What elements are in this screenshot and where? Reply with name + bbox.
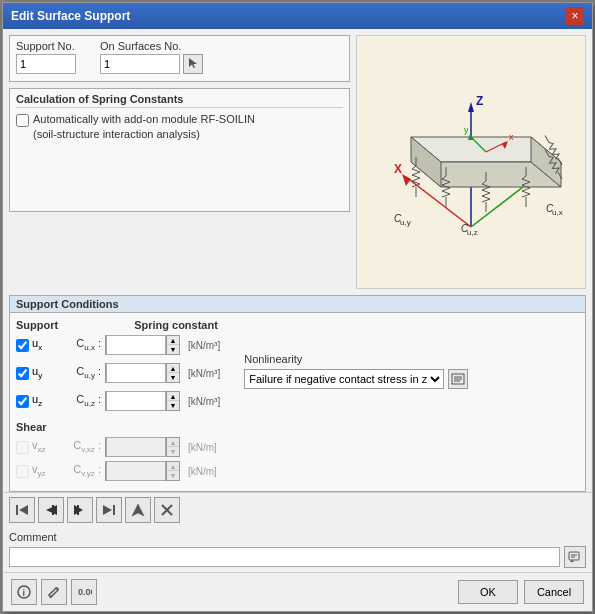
uy-row: uy Cu,y : ▲ ▼ xyxy=(16,363,220,383)
cancel-button[interactable]: Cancel xyxy=(524,580,584,604)
uy-spring-row: Cu,y : ▲ ▼ [kN/m³] xyxy=(56,363,220,383)
vyz-spring-label: Cv,yz : xyxy=(56,463,101,478)
delete-icon xyxy=(159,502,175,518)
uy-checkbox[interactable] xyxy=(16,367,29,380)
ux-spin-btns: ▲ ▼ xyxy=(166,336,179,354)
vyz-input-wrap: ▲ ▼ xyxy=(105,461,180,481)
ux-checkbox[interactable] xyxy=(16,339,29,352)
svg-rect-45 xyxy=(52,505,54,515)
close-button[interactable]: × xyxy=(566,7,584,25)
ux-label: ux xyxy=(32,337,42,352)
ux-input-wrap: ▲ ▼ xyxy=(105,335,180,355)
sc-headers: Support Spring constant xyxy=(16,319,579,331)
prev-btn[interactable] xyxy=(38,497,64,523)
vyz-check-label: vyz xyxy=(16,463,56,478)
bottom-right: OK Cancel xyxy=(458,580,584,604)
vxz-unit: [kN/m] xyxy=(188,442,217,453)
spring-constants-section: Calculation of Spring Constants Automati… xyxy=(9,88,350,212)
uz-spring-input[interactable] xyxy=(106,391,166,411)
bottom-left: i 0.00 xyxy=(11,579,97,605)
auto-soilin-checkbox[interactable] xyxy=(16,114,29,127)
surfaces-pick-btn[interactable] xyxy=(183,54,203,74)
nonlinearity-row: Failure if negative contact stress in z … xyxy=(244,369,468,389)
content-area: Support No. On Surfaces No. xyxy=(3,29,592,295)
ux-spin-up[interactable]: ▲ xyxy=(167,336,179,345)
vxz-spin-btns: ▲ ▼ xyxy=(166,438,179,456)
ux-check-label: ux xyxy=(16,337,56,352)
uz-input-wrap: ▲ ▼ xyxy=(105,391,180,411)
info-btn[interactable]: i xyxy=(11,579,37,605)
support-no-input[interactable] xyxy=(16,54,76,74)
auto-soilin-label2: (soil-structure interaction analysis) xyxy=(33,127,255,142)
support-no-label: Support No. xyxy=(16,40,76,52)
vxz-spring-input[interactable] xyxy=(106,437,166,457)
comment-section: Comment xyxy=(3,527,592,572)
last-icon xyxy=(101,502,117,518)
dialog: Edit Surface Support × Support No. On Su… xyxy=(2,2,593,612)
svg-text:u,y: u,y xyxy=(400,218,411,227)
vyz-row: vyz Cv,yz : ▲ ▼ [kN/m] xyxy=(16,461,579,481)
uy-spin-down[interactable]: ▼ xyxy=(167,373,179,382)
vxz-spin-down[interactable]: ▼ xyxy=(167,447,179,456)
svg-text:i: i xyxy=(23,588,26,598)
uy-spring-label: Cu,y : xyxy=(56,365,101,380)
uy-spring-input[interactable] xyxy=(106,363,166,383)
svg-marker-50 xyxy=(132,504,144,516)
uz-checkbox[interactable] xyxy=(16,395,29,408)
uz-spin-down[interactable]: ▼ xyxy=(167,401,179,410)
ux-spring-label: Cu,x : xyxy=(56,337,101,352)
uz-spin-btns: ▲ ▼ xyxy=(166,392,179,410)
ok-button[interactable]: OK xyxy=(458,580,518,604)
uy-spin-up[interactable]: ▲ xyxy=(167,364,179,373)
comment-input[interactable] xyxy=(9,547,560,567)
select-icon xyxy=(130,502,146,518)
number-btn[interactable]: 0.00 xyxy=(71,579,97,605)
edit-btn[interactable] xyxy=(41,579,67,605)
uy-spin-btns: ▲ ▼ xyxy=(166,364,179,382)
ux-spring-input[interactable] xyxy=(106,335,166,355)
vxz-spring-label: Cv,xz : xyxy=(56,439,101,454)
support-rows: ux Cu,x : ▲ ▼ xyxy=(16,335,220,415)
svg-text:u,x: u,x xyxy=(552,208,563,217)
prev-icon xyxy=(43,502,59,518)
vxz-check-label: vxz xyxy=(16,439,56,454)
svg-rect-53 xyxy=(569,552,579,560)
last-btn[interactable] xyxy=(96,497,122,523)
nonlinearity-select[interactable]: Failure if negative contact stress in z … xyxy=(244,369,444,389)
first-btn[interactable] xyxy=(9,497,35,523)
delete-btn[interactable] xyxy=(154,497,180,523)
vxz-spring-row: Cv,xz : ▲ ▼ [kN/m] xyxy=(56,437,217,457)
nonlinearity-details-btn[interactable] xyxy=(448,369,468,389)
vyz-spring-input[interactable] xyxy=(106,461,166,481)
next-btn[interactable] xyxy=(67,497,93,523)
select-btn[interactable] xyxy=(125,497,151,523)
vyz-spring-row: Cv,yz : ▲ ▼ [kN/m] xyxy=(56,461,217,481)
vyz-spin-btns: ▲ ▼ xyxy=(166,462,179,480)
col-support-label: Support xyxy=(16,319,56,331)
vxz-checkbox[interactable] xyxy=(16,441,29,454)
support-no-section: Support No. On Surfaces No. xyxy=(9,35,350,82)
vyz-label: vyz xyxy=(32,463,46,478)
uz-check-label: uz xyxy=(16,393,56,408)
vxz-row: vxz Cv,xz : ▲ ▼ [kN/m] xyxy=(16,437,579,457)
ux-spin-down[interactable]: ▼ xyxy=(167,345,179,354)
vyz-checkbox[interactable] xyxy=(16,465,29,478)
uy-label: uy xyxy=(32,365,42,380)
toolbar-row xyxy=(3,492,592,527)
surfaces-no-input[interactable] xyxy=(100,54,180,74)
uz-spin-up[interactable]: ▲ xyxy=(167,392,179,401)
comment-btn[interactable] xyxy=(564,546,586,568)
vyz-spin-up[interactable]: ▲ xyxy=(167,462,179,471)
svg-text:x: x xyxy=(509,132,514,142)
support-conditions-title: Support Conditions xyxy=(10,296,585,313)
nonlinearity-label: Nonlinearity xyxy=(244,353,468,365)
next-icon xyxy=(72,502,88,518)
vxz-spin-up[interactable]: ▲ xyxy=(167,438,179,447)
sc-content: Support Spring constant ux xyxy=(10,313,585,491)
comment-label: Comment xyxy=(9,531,586,543)
vyz-spin-down[interactable]: ▼ xyxy=(167,471,179,480)
comment-icon xyxy=(568,550,582,564)
uz-spring-row: Cu,z : ▲ ▼ [kN/m³] xyxy=(56,391,220,411)
svg-rect-48 xyxy=(113,505,115,515)
pencil-icon xyxy=(46,584,62,600)
